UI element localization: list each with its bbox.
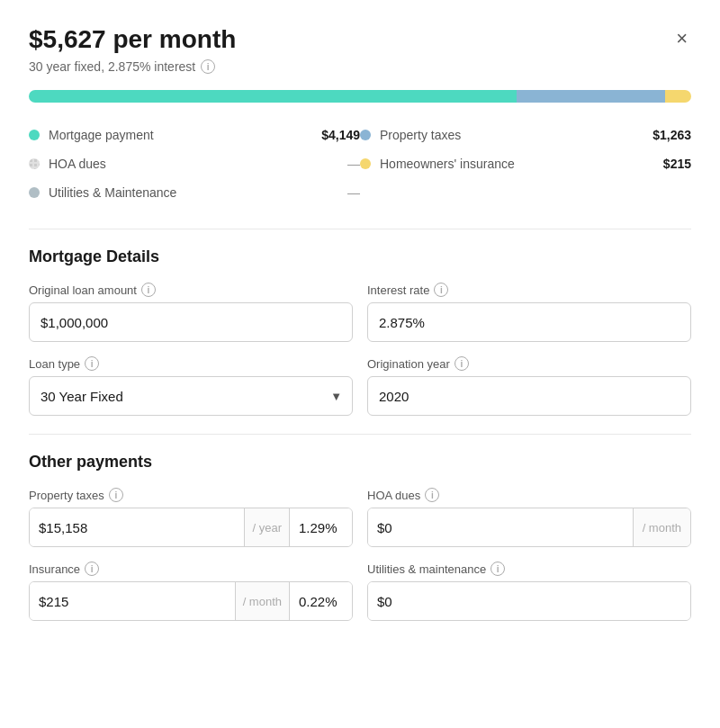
legend-label-utilities: Utilities & Maintenance	[49, 185, 337, 200]
insurance-input-group: / month	[29, 581, 353, 621]
interest-rate-input[interactable]	[367, 302, 691, 342]
loan-amount-group: Original loan amount i	[29, 283, 353, 342]
legend-label-taxes: Property taxes	[380, 128, 642, 142]
loan-amount-input[interactable]	[29, 302, 353, 342]
legend-label-hoa: HOA dues	[49, 157, 337, 171]
loan-type-group: Loan type i 30 Year Fixed 15 Year Fixed …	[29, 356, 353, 416]
legend-label-mortgage: Mortgage payment	[49, 128, 310, 142]
mortgage-details-title: Mortgage Details	[29, 247, 691, 266]
insurance-amount-input[interactable]	[30, 582, 235, 620]
interest-rate-label: Interest rate i	[367, 283, 691, 297]
legend-value-taxes: $1,263	[652, 128, 691, 142]
property-taxes-unit: / year	[244, 508, 289, 546]
loan-amount-label: Original loan amount i	[29, 283, 353, 297]
insurance-info-icon[interactable]: i	[85, 562, 99, 576]
utilities-amount-input[interactable]	[368, 582, 690, 620]
mortgage-details-section: Mortgage Details Original loan amount i …	[29, 247, 691, 416]
main-title: $5,627 per month	[29, 25, 236, 54]
divider-2	[29, 434, 691, 435]
utilities-input-group	[367, 581, 691, 621]
legend-dot-mortgage	[29, 130, 40, 140]
loan-type-select[interactable]: 30 Year Fixed 15 Year Fixed 5/1 ARM 7/1 …	[29, 376, 353, 416]
mortgage-modal: $5,627 per month × 30 year fixed, 2.875%…	[0, 0, 720, 728]
progress-taxes	[517, 90, 665, 103]
legend-label-insurance: Homeowners' insurance	[380, 157, 652, 171]
loan-type-origination-row: Loan type i 30 Year Fixed 15 Year Fixed …	[29, 356, 691, 416]
subtitle-row: 30 year fixed, 2.875% interest i	[29, 59, 691, 74]
legend-value-insurance: $215	[663, 157, 691, 171]
property-taxes-group: Property taxes i / year	[29, 488, 353, 547]
property-taxes-label: Property taxes i	[29, 488, 353, 502]
progress-mortgage	[29, 90, 517, 103]
interest-rate-info-icon[interactable]: i	[434, 283, 448, 297]
legend-dot-utilities	[29, 187, 40, 198]
legend-mortgage: Mortgage payment $4,149	[29, 121, 360, 149]
insurance-group: Insurance i / month	[29, 562, 353, 621]
legend-dot-insurance	[360, 158, 371, 169]
loan-type-label: Loan type i	[29, 356, 353, 371]
origination-year-label: Origination year i	[367, 356, 691, 371]
legend-utilities: Utilities & Maintenance —	[29, 178, 360, 207]
insurance-pct-input[interactable]	[289, 582, 352, 620]
property-taxes-input-group: / year	[29, 508, 353, 547]
hoa-dues-amount-input[interactable]	[368, 508, 633, 546]
legend-hoa: HOA dues —	[29, 149, 360, 178]
hoa-dues-label: HOA dues i	[367, 488, 691, 502]
hoa-dues-group: HOA dues i / month	[367, 488, 691, 547]
property-taxes-pct-input[interactable]	[289, 508, 352, 546]
utilities-label: Utilities & maintenance i	[367, 562, 691, 576]
other-payments-title: Other payments	[29, 453, 691, 472]
insurance-utilities-row: Insurance i / month Utilities & maintena…	[29, 562, 691, 621]
legend-value-hoa: —	[347, 157, 360, 171]
legend-value-mortgage: $4,149	[321, 128, 360, 142]
origination-year-input[interactable]	[367, 376, 691, 416]
insurance-label: Insurance i	[29, 562, 353, 576]
divider-1	[29, 229, 691, 229]
loan-type-select-wrapper: 30 Year Fixed 15 Year Fixed 5/1 ARM 7/1 …	[29, 376, 353, 416]
property-taxes-amount-input[interactable]	[30, 508, 244, 546]
other-payments-section: Other payments Property taxes i / year H…	[29, 453, 691, 621]
close-button[interactable]: ×	[672, 25, 691, 52]
origination-year-info-icon[interactable]: i	[454, 356, 469, 371]
subtitle-text: 30 year fixed, 2.875% interest	[29, 59, 195, 74]
legend-value-utilities: —	[347, 185, 360, 200]
legend-property-taxes: Property taxes $1,263	[360, 121, 691, 149]
progress-insurance	[665, 90, 691, 103]
taxes-hoa-row: Property taxes i / year HOA dues i / mon…	[29, 488, 691, 547]
interest-rate-group: Interest rate i	[367, 283, 691, 342]
legend-dot-hoa	[29, 158, 40, 169]
subtitle-info-icon[interactable]: i	[201, 59, 215, 74]
insurance-unit: / month	[235, 582, 289, 620]
loan-type-info-icon[interactable]: i	[85, 356, 99, 371]
property-taxes-info-icon[interactable]: i	[109, 488, 123, 502]
header-row: $5,627 per month ×	[29, 25, 691, 54]
loan-amount-info-icon[interactable]: i	[141, 283, 156, 297]
hoa-dues-input-group: / month	[367, 508, 691, 547]
legend-dot-taxes	[360, 130, 371, 140]
origination-year-group: Origination year i	[367, 356, 691, 416]
hoa-dues-unit: / month	[633, 508, 690, 546]
loan-amount-interest-row: Original loan amount i Interest rate i	[29, 283, 691, 342]
utilities-group: Utilities & maintenance i	[367, 562, 691, 621]
legend-homeowners-insurance: Homeowners' insurance $215	[360, 149, 691, 178]
utilities-info-icon[interactable]: i	[490, 562, 505, 576]
hoa-dues-info-icon[interactable]: i	[425, 488, 439, 502]
progress-bar	[29, 90, 691, 103]
legend-grid: Mortgage payment $4,149 Property taxes $…	[29, 121, 691, 207]
